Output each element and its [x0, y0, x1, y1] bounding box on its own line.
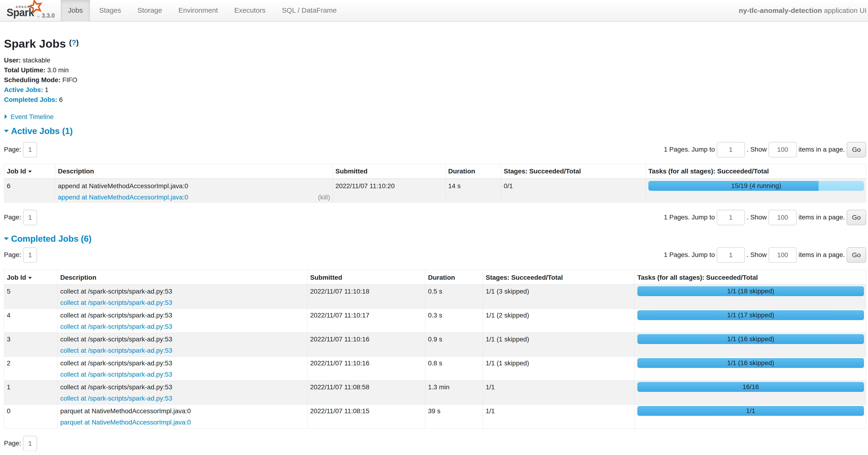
- svg-text:Spark: Spark: [6, 6, 34, 19]
- svg-text:TM: TM: [37, 16, 40, 18]
